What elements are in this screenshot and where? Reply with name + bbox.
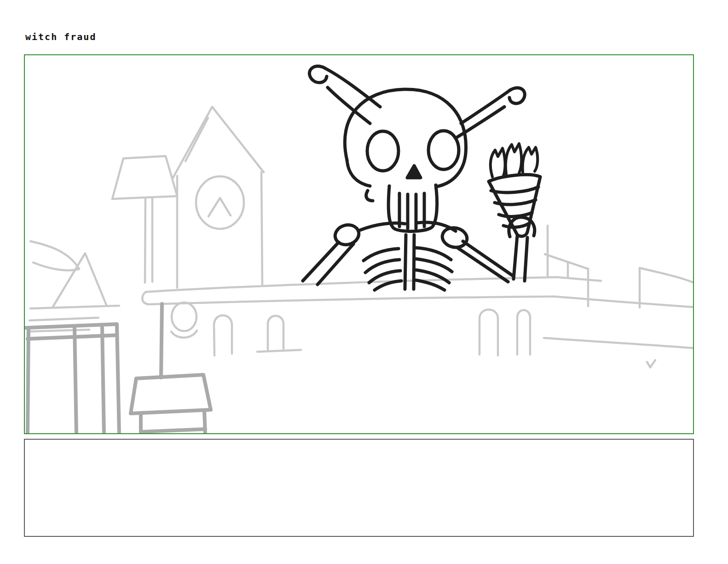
sketch-canvas: [25, 55, 693, 433]
arched-windows: [214, 310, 530, 356]
left-horn: [309, 66, 380, 123]
pencil-foreground-props: [26, 304, 211, 433]
background-figure: [171, 302, 197, 337]
notes-box: [24, 439, 694, 537]
torch-cone: [489, 174, 540, 236]
clock-tower: [173, 107, 264, 288]
board-title: witch fraud: [25, 31, 96, 42]
right-buildings: [545, 226, 693, 308]
left-rooftops: [29, 241, 119, 331]
torch-flames: [491, 144, 538, 177]
small-house: [131, 304, 211, 433]
ink-skeleton: [303, 66, 540, 290]
skeleton-nose: [407, 166, 421, 178]
right-horn: [456, 88, 525, 138]
street-lamp: [112, 156, 177, 283]
tick-mark: [647, 360, 655, 367]
town-wall: [142, 277, 693, 348]
storyboard-frame: [24, 54, 694, 434]
pencil-background-town: [29, 107, 693, 367]
market-table: [26, 324, 119, 433]
